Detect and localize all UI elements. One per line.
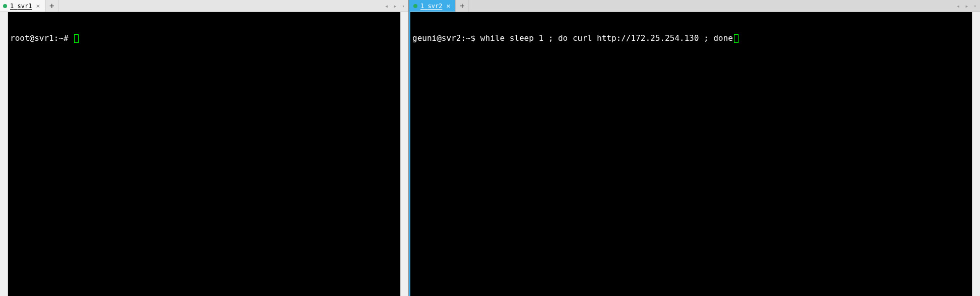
prompt-line: geuni@svr2:~$ while sleep 1 ; do curl ht… (412, 33, 978, 43)
prompt-text: root@svr1:~# (10, 33, 73, 43)
tab-bar-right: 1 svr2 × + ◂ ▸ ▾ (410, 0, 980, 12)
new-tab-button[interactable]: + (45, 0, 58, 12)
prompt-text: geuni@svr2:~$ (412, 33, 480, 43)
tab-list-dropdown-icon[interactable]: ▾ (401, 4, 406, 9)
tab-svr2[interactable]: 1 svr2 × (410, 0, 456, 12)
terminal-right[interactable]: geuni@svr2:~$ while sleep 1 ; do curl ht… (410, 12, 980, 296)
scrollbar-right[interactable] (972, 12, 980, 296)
tab-next-icon[interactable]: ▸ (392, 3, 398, 10)
tab-bar-left: 1 svr1 × + ◂ ▸ ▾ (0, 0, 408, 12)
new-tab-button[interactable]: + (456, 0, 469, 12)
tab-prev-icon[interactable]: ◂ (955, 3, 961, 10)
tab-nav-right: ◂ ▸ ▾ (955, 0, 980, 12)
terminal-pane-right: 1 svr2 × + ◂ ▸ ▾ geuni@svr2:~$ while sle… (410, 0, 980, 296)
tab-prev-icon[interactable]: ◂ (383, 3, 390, 10)
tab-list-dropdown-icon[interactable]: ▾ (972, 4, 978, 9)
prompt-line: root@svr1:~# (10, 33, 406, 43)
scrollbar-left[interactable] (400, 12, 408, 296)
cursor-icon (74, 34, 79, 43)
command-text: while sleep 1 ; do curl http://172.25.25… (480, 33, 733, 43)
status-dot-icon (413, 4, 417, 8)
sidebar-label (0, 12, 8, 296)
tab-svr1[interactable]: 1 svr1 × (0, 0, 45, 12)
tab-label: 1 svr1 (10, 3, 32, 10)
status-dot-icon (3, 4, 7, 8)
close-icon[interactable]: × (445, 3, 451, 9)
close-icon[interactable]: × (35, 3, 41, 9)
cursor-icon (734, 34, 739, 43)
terminal-left[interactable]: root@svr1:~# (8, 12, 408, 296)
tab-label: 1 svr2 (420, 3, 442, 10)
tab-nav-left: ◂ ▸ ▾ (383, 0, 408, 12)
tab-next-icon[interactable]: ▸ (963, 3, 970, 10)
terminal-pane-left: 1 svr1 × + ◂ ▸ ▾ root@svr1:~# (0, 0, 409, 296)
